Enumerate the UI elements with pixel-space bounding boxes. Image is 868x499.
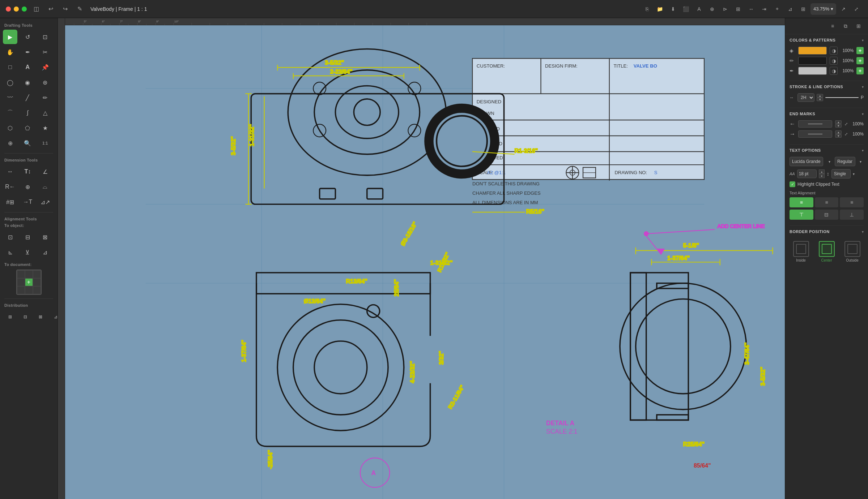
border-center-item[interactable]: Center (815, 241, 838, 262)
diameter-dim-button[interactable]: ⊕ (20, 180, 35, 194)
align-middle-button[interactable]: ⊟ (815, 210, 839, 220)
border-section-header[interactable]: BORDER POSITION ▾ (785, 226, 868, 237)
polygon-tool-button[interactable]: ⬠ (20, 121, 35, 135)
align-bottom-button[interactable]: ⊥ (840, 210, 864, 220)
stroke-section-header[interactable]: STROKE & LINE OPTIONS ▾ (785, 81, 868, 92)
border-inside-item[interactable]: Inside (790, 241, 812, 262)
end-mark-1-up-button[interactable]: ▴ (835, 120, 842, 124)
end-mark-2-up-button[interactable]: ▴ (835, 130, 842, 134)
linear-dim-button[interactable]: ↔ (3, 164, 17, 179)
fill-color-swatch[interactable] (798, 47, 827, 55)
triangle-tool-button[interactable]: △ (38, 106, 52, 120)
print-tool-button[interactable]: ⬛ (680, 3, 692, 15)
pan-tool-button[interactable]: ✋ (3, 45, 17, 59)
align-bl-button[interactable]: ⊾ (3, 245, 17, 259)
rotate-tool-button[interactable]: ↺ (20, 30, 35, 44)
dim-misc-button[interactable]: ⊿↗ (38, 195, 52, 209)
text-insert-button[interactable]: A (20, 60, 35, 74)
open-tool-button[interactable]: 📁 (654, 3, 666, 15)
font-size-down-button[interactable]: ▾ (819, 174, 825, 178)
copy-tool-button[interactable]: ⎘ (641, 3, 653, 15)
arc-len-button[interactable]: ⌓ (38, 180, 52, 194)
arc-tool-button[interactable]: ⌒ (3, 106, 17, 120)
undo-button[interactable]: ↩ (46, 4, 56, 14)
stroke-stepper-control[interactable]: ▴ ▾ (817, 94, 823, 101)
stroke-weight-select[interactable]: 2H H HB B (797, 93, 814, 102)
table-button[interactable]: ⊞ (732, 3, 744, 15)
text-tool-button[interactable]: A (693, 3, 705, 15)
next-button[interactable]: ⊳ (719, 3, 731, 15)
pen-color-swatch[interactable] (798, 67, 827, 75)
panel-filter-button[interactable]: ≡ (827, 21, 838, 31)
font-family-select[interactable]: Lucida Grande Arial Helvetica (790, 157, 823, 166)
freehand-tool-button[interactable]: ✏ (38, 90, 52, 105)
magnify-tool-button[interactable]: 🔍 (20, 136, 35, 150)
line-tool-button[interactable]: ╱ (20, 90, 35, 105)
end-mark-2-stepper[interactable]: ▴ ▾ (835, 130, 842, 138)
fullscreen-button[interactable]: ⤢ (851, 3, 862, 15)
stroke-color-swatch[interactable] (798, 57, 827, 65)
radius-dim-button[interactable]: R← (3, 180, 17, 194)
border-outside-item[interactable]: Outside (841, 241, 864, 262)
zoom-control[interactable]: 43.75% ▾ (810, 3, 836, 15)
rect-tool-button[interactable]: □ (3, 60, 17, 74)
end-mark-1-down-button[interactable]: ▾ (835, 124, 842, 128)
align-button[interactable]: ⇥ (758, 3, 770, 15)
canvas-area[interactable]: 5" 6" 7" 8" 9" 10" (58, 18, 785, 499)
stroke-add-button[interactable]: + (856, 57, 864, 64)
text-section-header[interactable]: TEXT OPTIONS ▾ (785, 145, 868, 155)
pin-tool-button[interactable]: 📌 (38, 60, 52, 74)
pen-add-button[interactable]: + (856, 67, 864, 74)
zigzag-tool-button[interactable]: 〰 (3, 90, 17, 105)
redo-button[interactable]: ↪ (60, 4, 70, 14)
panel-grid-button[interactable]: ⊞ (854, 21, 864, 31)
font-style-select[interactable]: Regular Bold Italic (835, 157, 855, 166)
panel-layers-button[interactable]: ⧉ (841, 21, 851, 31)
drawing-canvas[interactable]: CUSTOMER: DESIGN FIRM: TITLE: VALVE BO D… (65, 25, 785, 499)
weld-tool-button[interactable]: ⊛ (38, 75, 52, 90)
spline-tool-button[interactable]: ∫ (20, 106, 35, 120)
close-button[interactable] (6, 7, 11, 12)
align-tr-button[interactable]: ⊠ (38, 230, 52, 244)
scissors-tool-button[interactable]: ✂ (38, 45, 52, 59)
ordinate-button[interactable]: #⊞ (3, 195, 17, 209)
export-tool-button[interactable]: ⬇ (667, 3, 679, 15)
share-button[interactable]: ✎ (75, 4, 85, 14)
line-spacing-select[interactable]: Single 1.5 Double (831, 169, 851, 178)
dist-3-button[interactable]: ⊠ (33, 310, 48, 324)
pen-opacity-button[interactable]: ◑ (830, 67, 838, 75)
snap-button[interactable]: ⌖ (771, 3, 783, 15)
stroke-up-button[interactable]: ▴ (817, 94, 823, 98)
end-marks-section-header[interactable]: END MARKS ▾ (785, 108, 868, 119)
sidebar-toggle-button[interactable]: ◫ (31, 4, 41, 14)
dist-1-button[interactable]: ⊞ (3, 310, 17, 324)
align-br-button[interactable]: ⊿ (38, 245, 52, 259)
stroke-opacity-button[interactable]: ◑ (830, 57, 838, 65)
weld2-tool-button[interactable]: ⊕ (3, 136, 17, 150)
transform-button[interactable]: ↔ (745, 3, 757, 15)
font-size-up-button[interactable]: ▴ (819, 169, 825, 174)
select-tool-button[interactable]: ▶ (3, 30, 17, 44)
align-tc-button[interactable]: ⊟ (20, 230, 35, 244)
hexagon-tool-button[interactable]: ⬡ (3, 121, 17, 135)
dim-button[interactable]: ⊿ (784, 3, 796, 15)
stroke-down-button[interactable]: ▾ (817, 98, 823, 101)
align-bc-button[interactable]: ⊻ (20, 245, 35, 259)
align-tl-button[interactable]: ⊡ (3, 230, 17, 244)
star-tool-button[interactable]: ★ (38, 121, 52, 135)
font-size-input[interactable] (797, 169, 817, 178)
leader-button[interactable]: →T (20, 195, 35, 209)
fill-add-button[interactable]: + (856, 47, 864, 54)
ref-button[interactable]: ⊞ (797, 3, 809, 15)
fill-opacity-button[interactable]: ◑ (830, 47, 838, 55)
align-center-button[interactable]: ≡ (815, 197, 839, 207)
to-doc-grid[interactable]: + (16, 270, 42, 295)
circle-tool-button[interactable]: ◯ (3, 75, 17, 90)
share-export-button[interactable]: ↗ (838, 3, 849, 15)
font-size-stepper[interactable]: ▴ ▾ (819, 169, 825, 178)
align-top-button[interactable]: ⊤ (790, 210, 813, 220)
pen-tool-button[interactable]: ✒ (20, 45, 35, 59)
minimize-button[interactable] (14, 7, 19, 12)
end-mark-1-stepper[interactable]: ▴ ▾ (835, 120, 842, 128)
symbol-tool-button[interactable]: ⊕ (706, 3, 718, 15)
